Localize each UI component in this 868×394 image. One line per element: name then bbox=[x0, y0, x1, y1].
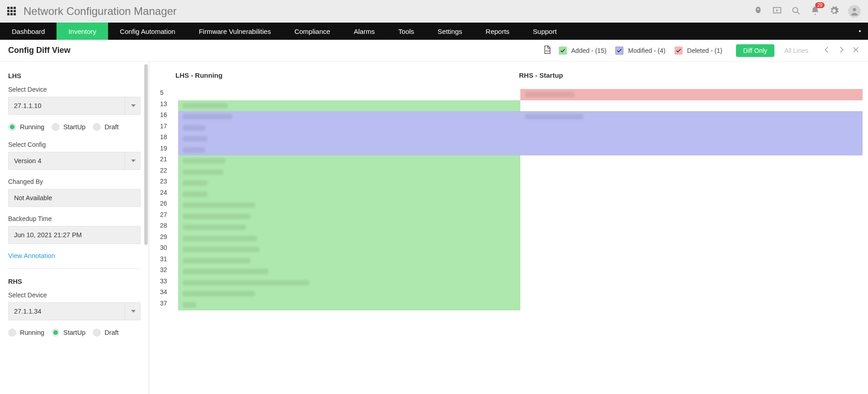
toolbar: Config Diff View PDF Added - (15) Modifi… bbox=[0, 40, 868, 61]
lhs-device-select[interactable]: 27.1.1.10 bbox=[8, 97, 141, 115]
lhs-device-value: 27.1.1.10 bbox=[14, 102, 41, 109]
lhs-config-select[interactable]: Version 4 bbox=[8, 152, 141, 170]
nav-item-inventory[interactable]: Inventory bbox=[57, 23, 108, 40]
diff-row: 26 bbox=[157, 200, 863, 211]
lhs-cell bbox=[178, 145, 520, 156]
diff-row: 17 bbox=[157, 122, 863, 134]
legend-deleted-checkbox[interactable] bbox=[675, 47, 683, 55]
diff-row: 13 bbox=[157, 100, 863, 112]
lhs-cell bbox=[178, 288, 520, 300]
nav-item-compliance[interactable]: Compliance bbox=[283, 23, 342, 40]
lhs-select-config-label: Select Config bbox=[8, 141, 141, 148]
user-avatar-icon[interactable] bbox=[848, 5, 861, 18]
rhs-device-select[interactable]: 27.1.1.34 bbox=[8, 302, 141, 320]
line-number: 5 bbox=[157, 89, 178, 100]
rhs-config-type-radios: Running StartUp Draft bbox=[8, 328, 141, 337]
lhs-cell bbox=[178, 266, 520, 277]
svg-text:PDF: PDF bbox=[545, 50, 550, 52]
rhs-radio-running[interactable]: Running bbox=[8, 328, 44, 337]
backedup-time-value: Jun 10, 2021 21:27 PM bbox=[8, 226, 141, 244]
rocket-icon[interactable] bbox=[753, 6, 763, 17]
diff-row: 19 bbox=[157, 145, 863, 156]
view-annotation-link[interactable]: View Annotation bbox=[8, 252, 55, 259]
lhs-cell bbox=[178, 211, 520, 222]
lhs-radio-draft[interactable]: Draft bbox=[93, 123, 118, 131]
rhs-cell bbox=[520, 189, 863, 200]
lhs-cell bbox=[178, 300, 520, 311]
line-number: 28 bbox=[157, 222, 178, 233]
rhs-radio-draft[interactable]: Draft bbox=[93, 328, 118, 337]
header-icons: 29 bbox=[753, 5, 861, 18]
nav-item-reports[interactable]: Reports bbox=[474, 23, 521, 40]
changed-by-label: Changed By bbox=[8, 178, 141, 185]
lhs-cell bbox=[178, 244, 520, 255]
diff-row: 24 bbox=[157, 189, 863, 200]
apps-grid-icon[interactable] bbox=[7, 7, 16, 16]
lhs-cell bbox=[178, 178, 520, 189]
line-number: 17 bbox=[157, 122, 178, 134]
rhs-cell bbox=[520, 255, 863, 267]
scrollbar-thumb[interactable] bbox=[144, 64, 148, 245]
legend-deleted-label: Deleted - (1) bbox=[687, 47, 722, 54]
body: LHS Select Device 27.1.1.10 Running Star… bbox=[0, 61, 868, 394]
diff-row: 21 bbox=[157, 155, 863, 167]
nav-item-firmware-vulnerabilities[interactable]: Firmware Vulnerabilities bbox=[187, 23, 283, 40]
notifications-icon[interactable]: 29 bbox=[810, 6, 820, 17]
legend-modified-label: Modified - (4) bbox=[628, 47, 665, 54]
line-number: 26 bbox=[157, 200, 178, 211]
lhs-config-value: Version 4 bbox=[14, 157, 41, 164]
rhs-cell bbox=[520, 167, 863, 178]
line-number: 24 bbox=[157, 189, 178, 200]
lhs-select-device-label: Select Device bbox=[8, 86, 141, 93]
rhs-cell bbox=[520, 145, 863, 156]
chevron-down-icon bbox=[131, 159, 136, 162]
diff-only-button[interactable]: Diff Only bbox=[736, 44, 774, 57]
legend-modified-checkbox[interactable] bbox=[615, 47, 623, 55]
rhs-select-device-label: Select Device bbox=[8, 291, 141, 299]
lhs-cell bbox=[178, 277, 520, 289]
diff-area: LHS - Running RHS - Startup 513161718192… bbox=[149, 61, 868, 394]
presentation-icon[interactable] bbox=[772, 6, 782, 17]
nav-item-tools[interactable]: Tools bbox=[387, 23, 426, 40]
legend-added-checkbox[interactable] bbox=[559, 47, 567, 55]
lhs-cell bbox=[178, 200, 520, 211]
nav-overflow-icon[interactable] bbox=[852, 23, 868, 40]
nav-item-dashboard[interactable]: Dashboard bbox=[0, 23, 57, 40]
rhs-section-title: RHS bbox=[8, 278, 141, 285]
page-title: Config Diff View bbox=[8, 46, 71, 55]
divider bbox=[8, 268, 141, 269]
diff-row: 16 bbox=[157, 111, 863, 122]
nav-item-settings[interactable]: Settings bbox=[426, 23, 474, 40]
close-icon[interactable] bbox=[852, 46, 860, 55]
diff-row: 5 bbox=[157, 89, 863, 100]
diff-row: 22 bbox=[157, 167, 863, 178]
diff-row: 31 bbox=[157, 255, 863, 267]
line-number: 37 bbox=[157, 300, 178, 311]
nav-item-support[interactable]: Support bbox=[521, 23, 569, 40]
lhs-cell bbox=[178, 133, 520, 145]
legend: Added - (15) Modified - (4) Deleted - (1… bbox=[559, 47, 727, 55]
line-number: 21 bbox=[157, 155, 178, 167]
nav-item-alarms[interactable]: Alarms bbox=[342, 23, 387, 40]
rhs-radio-startup[interactable]: StartUp bbox=[52, 328, 85, 337]
line-number: 31 bbox=[157, 255, 178, 267]
nav-item-config-automation[interactable]: Config Automation bbox=[108, 23, 187, 40]
diff-row: 33 bbox=[157, 277, 863, 289]
search-icon[interactable] bbox=[791, 6, 801, 17]
diff-row: 29 bbox=[157, 233, 863, 244]
lhs-cell bbox=[178, 100, 520, 112]
lhs-radio-startup[interactable]: StartUp bbox=[52, 123, 85, 131]
diff-row: 37 bbox=[157, 300, 863, 311]
export-pdf-icon[interactable]: PDF bbox=[542, 45, 552, 56]
next-diff-icon[interactable] bbox=[837, 46, 845, 55]
lhs-cell bbox=[178, 167, 520, 178]
prev-diff-icon[interactable] bbox=[823, 46, 831, 55]
all-lines-button[interactable]: All Lines bbox=[778, 44, 815, 57]
rhs-cell bbox=[520, 244, 863, 255]
lhs-cell bbox=[178, 155, 520, 167]
lhs-config-type-radios: Running StartUp Draft bbox=[8, 123, 141, 131]
lhs-radio-running[interactable]: Running bbox=[8, 123, 44, 131]
rhs-cell bbox=[520, 211, 863, 222]
legend-added-label: Added - (15) bbox=[571, 47, 607, 54]
settings-gear-icon[interactable] bbox=[829, 6, 839, 17]
